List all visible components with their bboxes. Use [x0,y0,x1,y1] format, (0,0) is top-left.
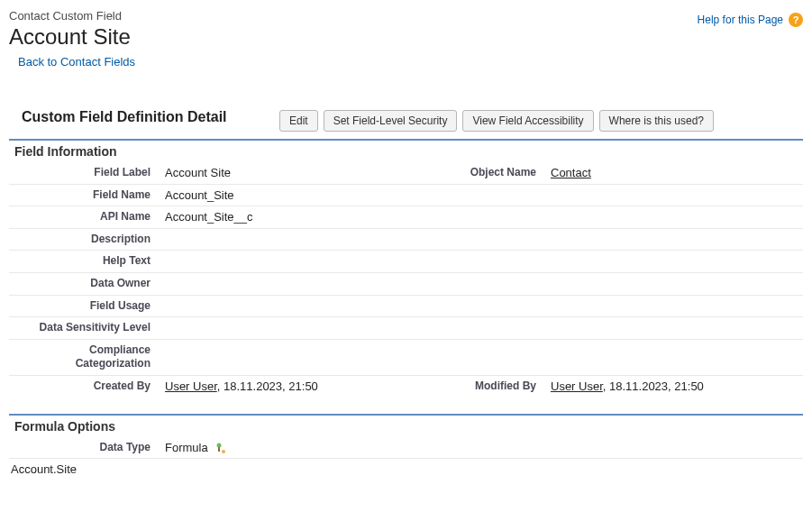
formula-options-table: Data Type Formula [9,437,803,459]
created-by-user-link[interactable]: User User [165,379,217,393]
field-info-table: Field Label Account Site Object Name Con… [9,162,803,398]
label-data-owner: Data Owner [9,272,158,295]
created-by-date: , 18.11.2023, 21:50 [217,379,318,393]
value-field-usage [158,295,417,317]
label-field-label: Field Label [9,162,158,184]
value-help-text [158,251,417,273]
help-link[interactable]: Help for this Page ? [698,13,803,27]
svg-rect-1 [218,447,220,452]
value-data-sensitivity [158,317,417,340]
modified-by-user-link[interactable]: User User [551,379,603,393]
value-compliance [158,339,417,375]
view-field-accessibility-button[interactable]: View Field Accessibility [462,110,593,132]
svg-point-2 [222,450,225,453]
formula-icon [214,442,227,454]
label-compliance: Compliance Categorization [9,339,158,375]
label-created-by: Created By [9,375,158,397]
page-title: Account Site [9,24,135,50]
edit-button[interactable]: Edit [279,110,318,132]
value-data-type: Formula [165,441,208,454]
label-description: Description [9,228,158,251]
label-field-name: Field Name [9,184,158,206]
value-field-label: Account Site [158,162,417,184]
object-name-link[interactable]: Contact [551,166,591,179]
where-is-this-used-button[interactable]: Where is this used? [599,110,714,132]
label-field-usage: Field Usage [9,295,158,317]
formula-body: Account.Site [9,458,803,480]
set-field-level-security-button[interactable]: Set Field-Level Security [324,110,458,132]
value-api-name: Account_Site__c [158,206,417,229]
label-data-sensitivity: Data Sensitivity Level [9,317,158,340]
value-data-owner [158,272,417,295]
modified-by-date: , 18.11.2023, 21:50 [603,379,704,393]
action-button-row: Edit Set Field-Level Security View Field… [279,110,714,132]
label-api-name: API Name [9,206,158,229]
value-field-name: Account_Site [158,184,417,206]
label-data-type: Data Type [9,437,158,459]
label-modified-by: Modified By [417,375,543,397]
label-help-text: Help Text [9,251,158,273]
section-field-information: Field Information [9,139,803,162]
back-link[interactable]: Back to Contact Fields [18,55,135,69]
label-object-name: Object Name [417,162,543,184]
help-icon: ? [789,13,803,27]
detail-section-title: Custom Field Definition Detail [9,108,261,126]
svg-point-0 [217,443,222,448]
page-pretitle: Contact Custom Field [9,9,135,23]
help-link-text: Help for this Page [698,14,783,26]
value-description [158,228,417,251]
section-formula-options: Formula Options [9,414,803,437]
